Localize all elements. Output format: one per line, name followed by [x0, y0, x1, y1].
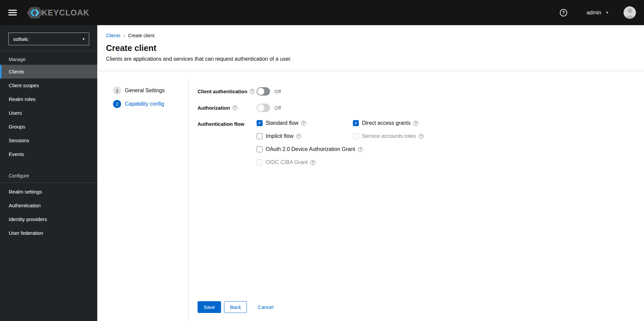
brand-text: KEYCLOAK	[42, 8, 90, 17]
checkbox-label: Service accounts roles	[362, 133, 416, 139]
sidebar-item-label: Sessions	[9, 138, 29, 143]
main-content: Clients › Create client Create client Cl…	[97, 25, 644, 321]
checkbox-label: Implicit flow	[266, 133, 293, 139]
help-icon[interactable]: ?	[310, 160, 315, 165]
checkbox-unchecked-icon[interactable]	[257, 133, 263, 139]
breadcrumb-current: Create client	[128, 33, 155, 38]
field-label-group: Authorization ?	[198, 105, 257, 111]
checkbox-standard-flow[interactable]: ✓ Standard flow ?	[257, 120, 353, 126]
sidebar-item-label: Authentication	[9, 203, 41, 208]
checkbox-oidc-ciba-grant: OIDC CIBA Grant ?	[257, 159, 315, 165]
nav-toggle-hamburger-icon[interactable]	[8, 10, 17, 15]
sidebar-item-label: Groups	[9, 124, 25, 129]
wizard-nav: 1 General Settings 2 Capability config	[97, 71, 189, 321]
sidebar-item-realm-settings[interactable]: Realm settings	[0, 185, 97, 199]
wizard-step-capability-config[interactable]: 2 Capability config	[97, 97, 189, 111]
sidebar-item-identity-providers[interactable]: Identity providers	[0, 212, 97, 226]
checkbox-row: OAuth 2.0 Device Authorization Grant ?	[257, 146, 424, 152]
client-authentication-toggle[interactable]	[257, 87, 270, 96]
chevron-down-icon: ▾	[606, 11, 608, 14]
toggle-state-label: Off	[274, 89, 281, 94]
checkbox-disabled-icon	[353, 133, 359, 139]
nav-section-title-configure: Configure	[0, 161, 97, 182]
checkbox-direct-access-grants[interactable]: ✓ Direct access grants ?	[353, 120, 418, 126]
breadcrumb-clients-link[interactable]: Clients	[106, 33, 120, 38]
save-button[interactable]: Save	[198, 301, 221, 313]
sidebar-item-groups[interactable]: Groups	[0, 120, 97, 133]
sidebar-item-client-scopes[interactable]: Client scopes	[0, 78, 97, 92]
avatar[interactable]	[624, 6, 636, 19]
sidebar-item-events[interactable]: Events	[0, 147, 97, 161]
help-icon[interactable]: ?	[413, 121, 418, 126]
authorization-label: Authorization	[198, 105, 230, 111]
wizard-step-general-settings[interactable]: 1 General Settings	[97, 84, 189, 97]
field-label-group: Authentication flow	[198, 120, 257, 127]
back-button[interactable]: Back	[224, 301, 247, 313]
field-control: Off	[257, 87, 281, 96]
nav-section-title-manage: Manage	[0, 51, 97, 65]
field-control: Off	[257, 104, 281, 112]
checkbox-service-accounts-roles: Service accounts roles ?	[353, 133, 424, 139]
help-icon[interactable]: ?	[296, 134, 301, 139]
checkbox-checked-icon[interactable]: ✓	[353, 120, 359, 126]
sidebar-item-realm-roles[interactable]: Realm roles	[0, 92, 97, 106]
checkbox-row: ✓ Standard flow ? ✓ Direct access grants…	[257, 120, 424, 126]
help-icon[interactable]: ?	[250, 89, 255, 94]
field-label-group: Client authentication ?	[198, 89, 257, 94]
checkbox-label: Standard flow	[266, 120, 299, 126]
checkbox-checked-icon[interactable]: ✓	[257, 120, 263, 126]
cancel-button[interactable]: Cancel	[258, 302, 274, 313]
realm-selector[interactable]: softwlc ▾	[8, 33, 89, 45]
step-number: 2	[113, 100, 121, 108]
sidebar-item-label: User federation	[9, 230, 43, 236]
step-number: 1	[113, 87, 121, 95]
keycloak-hexagon-icon	[26, 6, 44, 19]
keycloak-logo: KEYCLOAK	[26, 6, 90, 19]
checkbox-disabled-icon	[257, 159, 263, 165]
form-row-authentication-flow: Authentication flow ✓ Standard flow ? ✓ …	[198, 120, 644, 165]
sidebar-item-label: Events	[9, 151, 24, 157]
form-row-authorization: Authorization ? Off	[198, 104, 644, 112]
checkbox-unchecked-icon[interactable]	[257, 146, 263, 152]
step-label: Capability config	[125, 101, 164, 107]
checkbox-label: OIDC CIBA Grant	[266, 159, 308, 165]
user-name: admin	[587, 10, 601, 16]
form-actions: Save Back Cancel	[198, 301, 644, 313]
realm-selector-value: softwlc	[13, 36, 29, 42]
sidebar-item-clients[interactable]: Clients	[0, 65, 97, 78]
help-icon[interactable]: ?	[560, 9, 567, 16]
sidebar-item-authentication[interactable]: Authentication	[0, 199, 97, 212]
sidebar-item-user-federation[interactable]: User federation	[0, 226, 97, 240]
sidebar-item-label: Clients	[9, 69, 24, 74]
checkbox-implicit-flow[interactable]: Implicit flow ?	[257, 133, 353, 139]
checkbox-row: OIDC CIBA Grant ?	[257, 159, 424, 165]
help-icon[interactable]: ?	[301, 121, 306, 126]
checkbox-oauth-device-grant[interactable]: OAuth 2.0 Device Authorization Grant ?	[257, 146, 363, 152]
toggle-state-label: Off	[274, 105, 281, 111]
sidebar-item-label: Realm settings	[9, 189, 42, 195]
chevron-right-icon: ›	[123, 33, 125, 38]
sidebar-divider	[0, 182, 97, 183]
authentication-flow-options: ✓ Standard flow ? ✓ Direct access grants…	[257, 120, 424, 165]
authentication-flow-label: Authentication flow	[198, 121, 244, 127]
help-icon[interactable]: ?	[232, 105, 237, 110]
sidebar-item-sessions[interactable]: Sessions	[0, 133, 97, 147]
masthead: KEYCLOAK ? admin ▾	[0, 0, 644, 25]
page-title: Create client	[106, 43, 635, 53]
sidebar-item-label: Realm roles	[9, 96, 36, 102]
user-dropdown[interactable]: admin ▾	[587, 10, 608, 16]
form-row-client-authentication: Client authentication ? Off	[198, 87, 644, 96]
checkbox-label: Direct access grants	[362, 120, 411, 126]
sidebar-item-users[interactable]: Users	[0, 106, 97, 120]
checkbox-label: OAuth 2.0 Device Authorization Grant	[266, 146, 355, 152]
step-label: General Settings	[125, 88, 165, 94]
sidebar-item-label: Client scopes	[9, 83, 39, 88]
help-icon[interactable]: ?	[358, 147, 363, 152]
help-icon[interactable]: ?	[419, 134, 424, 139]
capability-config-form: Client authentication ? Off Authorizatio…	[189, 71, 644, 321]
wizard-content: 1 General Settings 2 Capability config C…	[97, 71, 644, 321]
masthead-right: ? admin ▾	[560, 6, 644, 19]
chevron-down-icon: ▾	[83, 37, 85, 41]
page-description: Clients are applications and services th…	[106, 56, 635, 62]
checkbox-row: Implicit flow ? Service accounts roles ?	[257, 133, 424, 139]
